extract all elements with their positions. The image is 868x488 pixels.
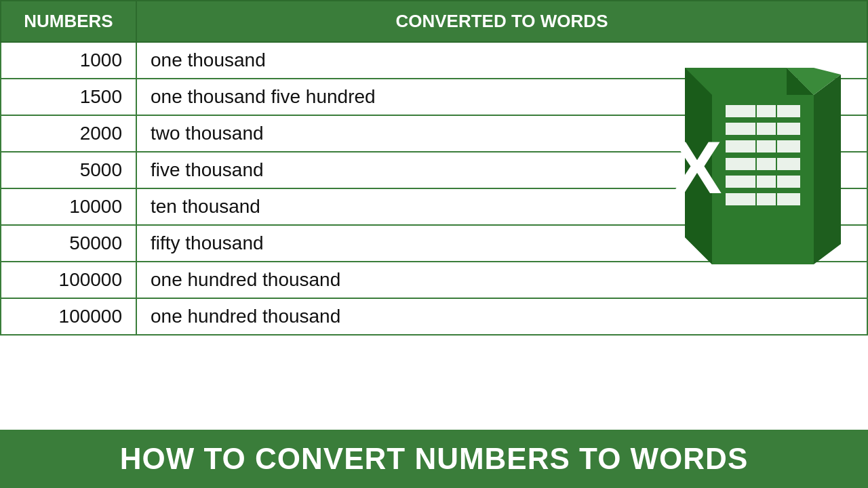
cell-words: one thousand five hundred (136, 79, 867, 115)
table-row: 50000fifty thousand (1, 225, 867, 262)
conversion-table: NUMBERS CONVERTED TO WORDS 1000one thous… (0, 0, 868, 336)
cell-number: 50000 (1, 225, 136, 262)
cell-number: 2000 (1, 115, 136, 152)
cell-words: five thousand (136, 152, 867, 188)
table-row: 5000five thousand (1, 152, 867, 188)
table-row: 1500one thousand five hundred (1, 79, 867, 115)
cell-words: one hundred thousand (136, 262, 867, 298)
cell-number: 100000 (1, 262, 136, 298)
cell-words: one hundred thousand (136, 298, 867, 335)
cell-number: 10000 (1, 188, 136, 225)
cell-number: 5000 (1, 152, 136, 188)
cell-number: 1500 (1, 79, 136, 115)
footer-text: HOW TO CONVERT NUMBERS TO WORDS (120, 442, 749, 475)
table-wrapper: NUMBERS CONVERTED TO WORDS 1000one thous… (0, 0, 868, 430)
table-row: 100000one hundred thousand (1, 262, 867, 298)
cell-words: one thousand (136, 42, 867, 79)
main-content: NUMBERS CONVERTED TO WORDS 1000one thous… (0, 0, 868, 430)
header-words: CONVERTED TO WORDS (136, 1, 867, 42)
footer-banner: HOW TO CONVERT NUMBERS TO WORDS (0, 430, 868, 488)
cell-number: 1000 (1, 42, 136, 79)
table-header-row: NUMBERS CONVERTED TO WORDS (1, 1, 867, 42)
cell-number: 100000 (1, 298, 136, 335)
table-row: 100000one hundred thousand (1, 298, 867, 335)
table-row: 2000two thousand (1, 115, 867, 152)
cell-words: fifty thousand (136, 225, 867, 262)
cell-words: ten thousand (136, 188, 867, 225)
header-numbers: NUMBERS (1, 1, 136, 42)
table-row: 1000one thousand (1, 42, 867, 79)
cell-words: two thousand (136, 115, 867, 152)
table-row: 10000ten thousand (1, 188, 867, 225)
